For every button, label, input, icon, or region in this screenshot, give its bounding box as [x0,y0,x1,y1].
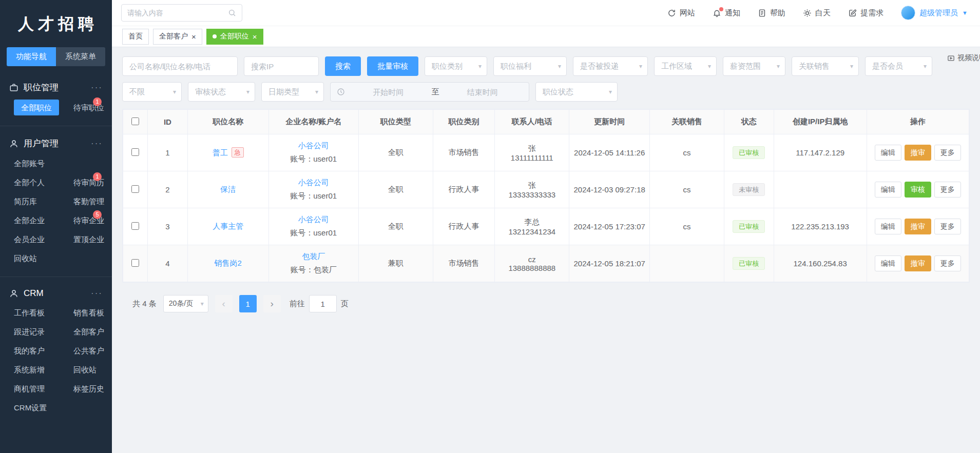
sidebar-item-member-companies[interactable]: 会员企业 [14,231,73,247]
audit-status-select[interactable]: 审核状态▾ [188,82,255,102]
cell-contact: cz 13888888888 [495,245,569,282]
chevron-down-icon: ▾ [924,63,927,70]
sidebar-item-tag-history[interactable]: 标签历史 [73,381,106,397]
position-category-select[interactable]: 职位类别▾ [425,56,487,76]
next-page-button[interactable]: › [263,295,281,312]
close-icon[interactable]: × [253,33,257,41]
position-link[interactable]: 销售岗2 [214,259,241,267]
sidebar-item-pinned-companies[interactable]: 置顶企业 [73,231,106,247]
page-number-1[interactable]: 1 [239,295,257,312]
revoke-audit-button[interactable]: 撤审 [905,255,931,271]
search-icon[interactable] [228,9,236,17]
company-link[interactable]: 小谷公司 [298,178,329,187]
tab-system-menu[interactable]: 系统菜单 [56,47,105,66]
sidebar-item-pending-resumes[interactable]: 待审简历1 [73,174,106,190]
menu-item-website[interactable]: 网站 [667,8,695,18]
menu-item-help[interactable]: 帮助 [758,8,785,18]
position-link[interactable]: 普工 [213,148,228,157]
date-type-select[interactable]: 日期类型▾ [261,82,324,102]
position-welfare-select[interactable]: 职位福利▾ [493,56,567,76]
pending-positions-badge: 1 [93,97,102,106]
position-link[interactable]: 人事主管 [213,222,243,230]
ellipsis-icon[interactable]: ··· [91,83,103,93]
sidebar-item-work-board[interactable]: 工作看板 [14,305,73,321]
edit-button[interactable]: 编辑 [875,219,901,234]
sidebar-item-all-companies[interactable]: 全部企业 [14,212,73,228]
row-checkbox[interactable] [131,148,139,156]
sidebar-item-follow-records[interactable]: 跟进记录 [14,324,73,340]
ellipsis-icon[interactable]: ··· [91,139,103,149]
start-time-input[interactable] [348,88,429,96]
goto-page-input[interactable] [309,295,337,312]
row-checkbox[interactable] [131,222,139,230]
more-button[interactable]: 更多 [934,145,961,161]
sidebar-item-public-customers[interactable]: 公共客户 [73,343,106,359]
search-ip-input[interactable] [244,56,319,76]
video-help-link[interactable]: 视频说明 [947,53,980,63]
work-area-select[interactable]: 工作区域▾ [654,56,717,76]
position-link[interactable]: 保洁 [220,185,236,193]
document-icon [758,9,766,17]
company-link[interactable]: 包装厂 [302,252,325,261]
sidebar-item-all-persons[interactable]: 全部个人 [14,174,73,190]
sidebar-item-pending-companies[interactable]: 待审企业5 [73,212,106,228]
tag-all-positions[interactable]: 全部职位 × [206,29,263,45]
cell-status: 已审核 [724,134,774,171]
date-range-picker[interactable]: 至 [330,82,529,102]
is-member-select[interactable]: 是否会员▾ [865,56,932,76]
edit-button[interactable]: 编辑 [875,182,901,198]
sidebar-item-customer-care[interactable]: 客勤管理 [73,193,106,209]
more-button[interactable]: 更多 [934,219,961,234]
tag-all-customers[interactable]: 全部客户 × [153,29,202,45]
salary-range-select[interactable]: 薪资范围▾ [723,56,785,76]
sidebar-item-recycle-bin[interactable]: 回收站 [14,250,73,266]
prev-page-button[interactable]: ‹ [215,295,233,312]
related-sales-select[interactable]: 关联销售▾ [792,56,859,76]
chevron-down-icon: ▾ [201,300,204,307]
edit-button[interactable]: 编辑 [875,255,901,271]
tag-home[interactable]: 首页 [122,29,149,45]
sidebar-item-sales-board[interactable]: 销售看板 [73,305,106,321]
sidebar-item-opportunity-mgmt[interactable]: 商机管理 [14,381,73,397]
menu-item-notifications[interactable]: 通知 [713,8,740,18]
menu-item-theme[interactable]: 白天 [803,8,831,18]
filter-row-1: 搜索 批量审核 职位类别▾ 职位福利▾ 是否被投递▾ 工作区域▾ 薪资范围▾ 关… [122,56,970,76]
revoke-audit-button[interactable]: 撤审 [905,219,931,234]
close-icon[interactable]: × [191,33,196,41]
sidebar-item-all-accounts[interactable]: 全部账号 [14,155,73,171]
sidebar-item-crm-settings[interactable]: CRM设置 [14,400,73,416]
edit-button[interactable]: 编辑 [875,145,901,161]
sidebar-item-pending-positions[interactable]: 待审职位1 [73,100,106,115]
cell-position: 保洁 [187,171,268,208]
company-link[interactable]: 小谷公司 [298,141,329,150]
user-menu[interactable]: 超级管理员 ▼ [901,6,968,20]
sidebar-item-resume-library[interactable]: 简历库 [14,193,73,209]
page-size-select[interactable]: 20条/页 ▾ [163,295,208,312]
sun-icon [803,9,812,17]
tab-function-nav[interactable]: 功能导航 [7,47,56,66]
is-applied-select[interactable]: 是否被投递▾ [573,56,648,76]
revoke-audit-button[interactable]: 撤审 [905,145,931,161]
end-time-input[interactable] [443,88,523,96]
menu-item-feedback[interactable]: 提需求 [848,8,883,18]
position-status-select[interactable]: 职位状态▾ [535,82,618,102]
sidebar-item-all-customers[interactable]: 全部客户 [73,324,106,340]
more-button[interactable]: 更多 [934,182,961,198]
sidebar-item-system-added[interactable]: 系统新增 [14,362,73,378]
select-all-checkbox[interactable] [131,117,139,125]
sidebar-item-all-positions[interactable]: 全部职位 [14,100,73,115]
keyword-input[interactable] [122,56,238,76]
company-link[interactable]: 小谷公司 [298,215,329,224]
cell-id: 1 [148,134,187,171]
search-button[interactable]: 搜索 [325,56,361,76]
row-checkbox[interactable] [131,185,139,193]
global-search-input[interactable] [127,9,228,17]
sidebar-item-crm-recycle-bin[interactable]: 回收站 [73,362,106,378]
batch-audit-button[interactable]: 批量审核 [367,56,418,76]
more-button[interactable]: 更多 [934,255,961,271]
audit-button[interactable]: 审核 [905,182,931,198]
ellipsis-icon[interactable]: ··· [91,288,103,299]
row-checkbox[interactable] [131,259,139,267]
unlimited-select[interactable]: 不限▾ [122,82,182,102]
sidebar-item-my-customers[interactable]: 我的客户 [14,343,73,359]
